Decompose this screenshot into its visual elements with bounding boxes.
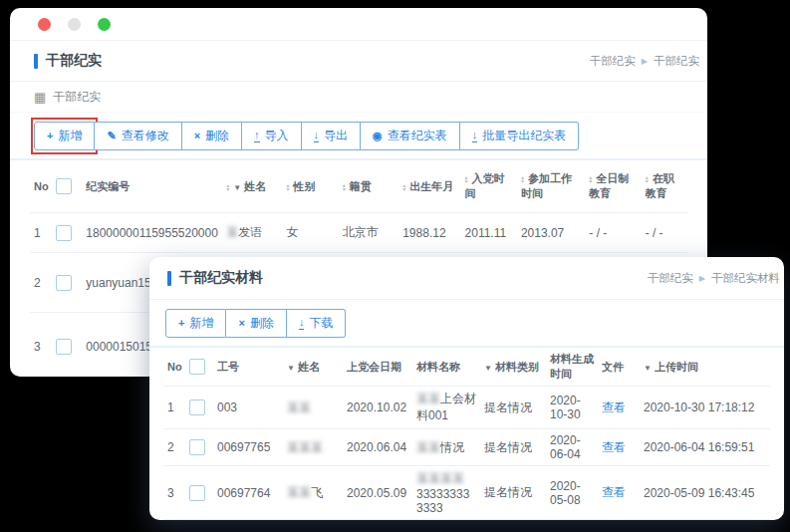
- column-header-性别[interactable]: ▴▾性别: [283, 160, 339, 213]
- export-button[interactable]: ↓导出: [302, 122, 362, 150]
- header-cell: [52, 160, 82, 213]
- checkbox-cell: [185, 387, 213, 429]
- select-all-checkbox[interactable]: [56, 178, 72, 194]
- table-cell: 某某飞: [283, 520, 343, 521]
- breadcrumb-parent[interactable]: 干部纪实: [648, 271, 693, 286]
- column-header-全日制教育[interactable]: ▴▾全日制教育: [585, 160, 641, 213]
- table-cell: 北京市: [339, 213, 398, 253]
- button-label: 删除: [250, 315, 274, 332]
- column-header-参加工作时间[interactable]: ▴▾参加工作时间: [517, 160, 585, 213]
- button-label: 新增: [58, 128, 82, 144]
- column-header-姓名[interactable]: ▴▾▼姓名: [222, 160, 282, 213]
- column-label: 姓名: [244, 180, 266, 192]
- table-cell: - / -: [642, 213, 687, 253]
- column-label: 姓名: [298, 361, 320, 373]
- column-header-籍贯[interactable]: ▴▾籍贯: [339, 160, 398, 213]
- table-cell: 查看: [598, 429, 640, 466]
- breadcrumb: 干部纪实 ▶ 干部纪实材料: [648, 271, 780, 286]
- row-checkbox[interactable]: [189, 399, 205, 415]
- column-header-入党时间[interactable]: ▴▾入党时间: [461, 160, 517, 213]
- view-link[interactable]: 查看: [602, 440, 626, 454]
- cadre-materials-table: No工号▼姓名上党会日期材料名称▼材料类别材料生成时间文件▼上传时间1003某某…: [163, 348, 770, 520]
- row-number: 3: [163, 466, 185, 520]
- delete-button[interactable]: ×删除: [226, 309, 286, 338]
- column-header-材料生成时间: 材料生成时间: [546, 348, 598, 387]
- column-label: 材料生成时间: [550, 353, 594, 380]
- filter-icon: ▼: [484, 364, 492, 373]
- row-checkbox[interactable]: [56, 225, 72, 241]
- page-title: 干部纪实: [46, 52, 102, 70]
- table-cell: 2020.06.04: [343, 429, 412, 466]
- redacted-text: 某某: [416, 440, 440, 454]
- download-button[interactable]: ↓下载: [287, 309, 347, 338]
- breadcrumb: 干部纪实 ▶ 干部纪实: [590, 54, 699, 69]
- row-checkbox[interactable]: [189, 485, 205, 501]
- title-accent-bar: [167, 271, 171, 286]
- table-cell: 某某测试: [412, 520, 480, 521]
- add-button[interactable]: +新增: [34, 122, 95, 150]
- view-edit-button[interactable]: ✎查看修改: [95, 122, 181, 150]
- table-cell: 2020-05-08: [546, 466, 598, 520]
- column-label: 全日制教育: [589, 172, 629, 199]
- table-cell: 2020.10.02: [343, 387, 412, 429]
- eye-icon: ◉: [373, 131, 383, 141]
- row-checkbox[interactable]: [189, 439, 205, 455]
- sort-icon: ▴▾: [287, 183, 290, 191]
- maximize-button[interactable]: [98, 18, 111, 31]
- table-cell: 提名情况: [480, 429, 546, 466]
- add-button[interactable]: +新增: [165, 309, 226, 338]
- table-row: 400697764某某飞2020.03.03某某测试民主推荐情况2020-03-…: [163, 520, 770, 521]
- column-header-姓名[interactable]: ▼姓名: [283, 348, 343, 387]
- delete-button[interactable]: ×删除: [182, 122, 242, 150]
- select-all-checkbox[interactable]: [189, 359, 205, 375]
- close-button[interactable]: [38, 18, 51, 31]
- column-label: No: [34, 180, 49, 192]
- column-header-在职教育[interactable]: ▴▾在职教育: [642, 160, 687, 213]
- checkbox-cell: [185, 520, 213, 521]
- sort-icon: ▴▾: [402, 183, 405, 191]
- breadcrumb-parent[interactable]: 干部纪实: [590, 54, 636, 69]
- breadcrumb-current: 干部纪实材料: [711, 271, 780, 286]
- title-accent-bar: [34, 54, 38, 69]
- table-cell: 2011.11: [461, 213, 517, 253]
- button-label: 导入: [265, 128, 289, 144]
- table-cell: 2020-10-30 17:18:12: [640, 387, 770, 429]
- table-cell: 提名情况: [480, 387, 546, 429]
- column-label: 纪实编号: [86, 180, 130, 192]
- table-cell: 2020-05-09 16:43:45: [640, 466, 770, 520]
- checkbox-cell: [52, 253, 82, 313]
- cell-text: 情况: [440, 440, 464, 454]
- import-button[interactable]: ↑导入: [242, 122, 302, 150]
- minimize-button[interactable]: [68, 18, 81, 31]
- table-row: 1003某某2020.10.02某某上会材料001提名情况2020-10-30查…: [163, 387, 770, 429]
- table-cell: 2020-06-04: [546, 429, 598, 466]
- table-cell: 某某某某333333333333: [412, 466, 480, 520]
- column-header-文件: 文件: [598, 348, 640, 387]
- column-header-上传时间[interactable]: ▼上传时间: [640, 348, 770, 387]
- row-checkbox[interactable]: [56, 339, 72, 355]
- filter-icon: ▼: [287, 364, 295, 373]
- table-cell: 某某飞: [283, 466, 343, 520]
- redacted-text: 某某: [416, 392, 440, 405]
- row-number: 1: [30, 213, 52, 253]
- page-title: 干部纪实材料: [179, 269, 263, 287]
- column-label: 入党时间: [465, 172, 505, 199]
- column-label: 材料名称: [416, 361, 460, 373]
- column-header-材料类别[interactable]: ▼材料类别: [480, 348, 546, 387]
- cell-text: 333333333333: [416, 487, 469, 515]
- button-label: 导出: [324, 128, 348, 144]
- row-checkbox[interactable]: [56, 275, 72, 291]
- cadre-materials-window: 干部纪实材料 干部纪实 ▶ 干部纪实材料 +新增×删除↓下载 No工号▼姓名上党…: [149, 257, 784, 520]
- row-number: 2: [30, 253, 52, 313]
- table-cell: 00697765: [213, 429, 283, 466]
- table-header-row: No纪实编号▴▾▼姓名▴▾性别▴▾籍贯▴▾出生年月▴▾入党时间▴▾参加工作时间▴…: [30, 160, 687, 213]
- sort-icon: ▴▾: [646, 175, 649, 183]
- view-record-sheet-button[interactable]: ◉查看纪实表: [361, 122, 460, 150]
- table-cell: 查看: [598, 520, 640, 521]
- view-link[interactable]: 查看: [602, 400, 626, 414]
- checkbox-cell: [52, 313, 82, 378]
- column-label: 工号: [217, 361, 239, 373]
- column-header-出生年月[interactable]: ▴▾出生年月: [398, 160, 460, 213]
- view-link[interactable]: 查看: [602, 485, 626, 499]
- batch-export-sheet-button[interactable]: ↓批量导出纪实表: [460, 122, 580, 150]
